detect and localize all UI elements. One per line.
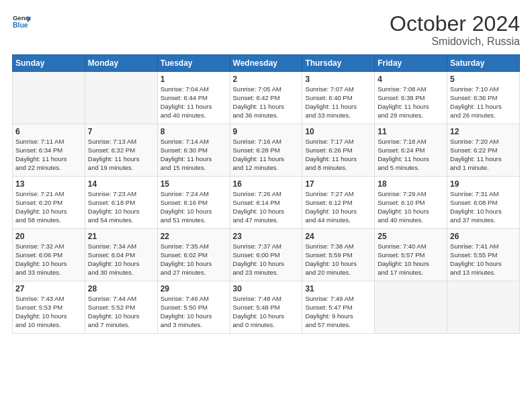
calendar-week-5: 27 Sunrise: 7:43 AM Sunset: 5:53 PM Dayl… [13,281,520,334]
sunrise-text: Sunrise: 7:31 AM [450,190,517,199]
day-number: 27 [15,284,82,293]
daylight-minutes: and 26 minutes. [450,111,517,120]
table-row: 1 Sunrise: 7:04 AM Sunset: 6:44 PM Dayli… [157,72,230,124]
sunrise-text: Sunrise: 7:46 AM [161,295,227,304]
daylight-text: Daylight: 10 hours [161,260,227,269]
table-row [13,72,85,124]
table-row: 17 Sunrise: 7:27 AM Sunset: 6:12 PM Dayl… [302,177,375,229]
sunset-text: Sunset: 6:36 PM [450,94,517,103]
daylight-text: Daylight: 11 hours [88,155,154,164]
sunset-text: Sunset: 5:55 PM [450,251,517,260]
table-row: 13 Sunrise: 7:21 AM Sunset: 6:20 PM Dayl… [13,177,85,229]
daylight-minutes: and 0 minutes. [233,321,300,330]
sunrise-text: Sunrise: 7:08 AM [378,85,444,94]
col-sunday: Sunday [13,55,85,72]
day-number: 19 [450,179,517,189]
daylight-minutes: and 20 minutes. [305,269,371,277]
table-row: 3 Sunrise: 7:07 AM Sunset: 6:40 PM Dayli… [302,72,375,124]
daylight-text: Daylight: 10 hours [161,208,227,216]
day-number: 9 [233,127,300,136]
table-row: 26 Sunrise: 7:41 AM Sunset: 5:55 PM Dayl… [447,229,520,281]
sunrise-text: Sunrise: 7:37 AM [233,242,300,251]
daylight-text: Daylight: 11 hours [378,155,444,164]
daylight-text: Daylight: 11 hours [305,155,371,164]
table-row: 14 Sunrise: 7:23 AM Sunset: 6:18 PM Dayl… [85,177,157,229]
sunset-text: Sunset: 6:16 PM [161,199,227,208]
day-number: 23 [233,232,300,241]
daylight-minutes: and 3 minutes. [161,321,227,330]
daylight-text: Daylight: 11 hours [161,103,227,111]
sunset-text: Sunset: 5:59 PM [305,251,371,260]
daylight-text: Daylight: 10 hours [450,208,517,216]
daylight-text: Daylight: 11 hours [233,103,300,111]
sunrise-text: Sunrise: 7:20 AM [450,138,517,146]
table-row: 8 Sunrise: 7:14 AM Sunset: 6:30 PM Dayli… [157,124,230,177]
daylight-minutes: and 15 minutes. [161,164,227,173]
daylight-text: Daylight: 10 hours [88,260,154,269]
table-row [85,72,157,124]
table-row: 28 Sunrise: 7:44 AM Sunset: 5:52 PM Dayl… [85,281,157,334]
sunrise-text: Sunrise: 7:14 AM [161,138,227,146]
day-number: 28 [88,284,154,293]
day-number: 11 [378,127,444,136]
sunrise-text: Sunrise: 7:40 AM [378,242,444,251]
calendar-week-1: 1 Sunrise: 7:04 AM Sunset: 6:44 PM Dayli… [13,72,520,124]
sunrise-text: Sunrise: 7:18 AM [378,138,444,146]
daylight-minutes: and 27 minutes. [161,269,227,277]
sunset-text: Sunset: 6:18 PM [88,199,154,208]
table-row: 27 Sunrise: 7:43 AM Sunset: 5:53 PM Dayl… [13,281,85,334]
daylight-minutes: and 5 minutes. [378,164,444,173]
sunset-text: Sunset: 6:40 PM [305,94,371,103]
daylight-text: Daylight: 11 hours [233,155,300,164]
sunset-text: Sunset: 5:57 PM [378,251,444,260]
table-row: 23 Sunrise: 7:37 AM Sunset: 6:00 PM Dayl… [230,229,302,281]
daylight-minutes: and 7 minutes. [88,321,154,330]
daylight-text: Daylight: 10 hours [233,312,300,321]
sunrise-text: Sunrise: 7:17 AM [305,138,371,146]
day-number: 21 [88,232,154,241]
day-number: 18 [378,179,444,189]
daylight-minutes: and 51 minutes. [161,216,227,225]
daylight-text: Daylight: 11 hours [15,155,82,164]
sunrise-text: Sunrise: 7:27 AM [305,190,371,199]
day-number: 24 [305,232,371,241]
header: General Blue October 2024 Smidovich, Rus… [12,12,520,48]
day-number: 3 [305,75,371,84]
daylight-minutes: and 29 minutes. [378,111,444,120]
month-title: October 2024 [390,12,520,36]
sunrise-text: Sunrise: 7:23 AM [88,190,154,199]
sunset-text: Sunset: 6:12 PM [305,199,371,208]
col-thursday: Thursday [302,55,375,72]
logo-icon: General Blue [12,12,31,31]
day-number: 25 [378,232,444,241]
day-number: 29 [161,284,227,293]
daylight-minutes: and 54 minutes. [88,216,154,225]
day-number: 20 [15,232,82,241]
col-saturday: Saturday [447,55,520,72]
daylight-text: Daylight: 10 hours [15,208,82,216]
day-number: 22 [161,232,227,241]
table-row: 31 Sunrise: 7:49 AM Sunset: 5:47 PM Dayl… [302,281,375,334]
sunset-text: Sunset: 6:22 PM [450,146,517,155]
daylight-text: Daylight: 10 hours [378,260,444,269]
daylight-minutes: and 19 minutes. [88,164,154,173]
col-wednesday: Wednesday [230,55,302,72]
day-number: 30 [233,284,300,293]
table-row [447,281,520,334]
day-number: 4 [378,75,444,84]
sunrise-text: Sunrise: 7:07 AM [305,85,371,94]
daylight-minutes: and 23 minutes. [233,269,300,277]
day-number: 17 [305,179,371,189]
daylight-text: Daylight: 11 hours [161,155,227,164]
day-number: 31 [305,284,371,293]
daylight-minutes: and 30 minutes. [88,269,154,277]
day-number: 13 [15,179,82,189]
col-tuesday: Tuesday [157,55,230,72]
table-row [375,281,447,334]
day-number: 26 [450,232,517,241]
daylight-minutes: and 58 minutes. [15,216,82,225]
sunset-text: Sunset: 6:44 PM [161,94,227,103]
daylight-minutes: and 12 minutes. [233,164,300,173]
table-row: 18 Sunrise: 7:29 AM Sunset: 6:10 PM Dayl… [375,177,447,229]
daylight-minutes: and 40 minutes. [161,111,227,120]
